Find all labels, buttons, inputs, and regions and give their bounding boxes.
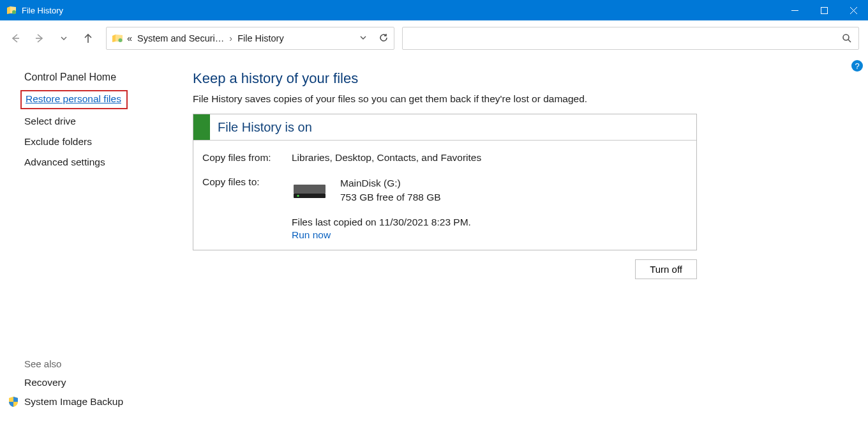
highlight-box: Restore personal files <box>20 90 128 109</box>
advanced-settings-link[interactable]: Advanced settings <box>24 157 176 168</box>
app-icon <box>6 5 17 15</box>
svg-line-10 <box>848 40 851 42</box>
folder-icon <box>112 33 123 44</box>
page-title: Keep a history of your files <box>193 70 855 87</box>
recovery-link[interactable]: Recovery <box>24 377 176 388</box>
select-drive-link[interactable]: Select drive <box>24 116 176 127</box>
svg-rect-11 <box>294 185 326 194</box>
back-button[interactable] <box>9 32 22 45</box>
recovery-label: Recovery <box>24 377 66 388</box>
close-button[interactable] <box>839 0 868 20</box>
maximize-button[interactable] <box>809 0 839 20</box>
svg-rect-2 <box>821 7 827 13</box>
copy-from-value: Libraries, Desktop, Contacts, and Favori… <box>292 152 481 164</box>
page-description: File History saves copies of your files … <box>193 93 855 105</box>
main-content: ? Keep a history of your files File Hist… <box>185 56 868 428</box>
sidebar: Control Panel Home Restore personal file… <box>0 56 185 428</box>
search-input[interactable] <box>402 27 859 50</box>
control-panel-home-link[interactable]: Control Panel Home <box>24 72 176 83</box>
svg-point-8 <box>119 38 123 42</box>
refresh-icon[interactable] <box>378 33 389 45</box>
svg-point-9 <box>843 34 849 40</box>
breadcrumb-ellipsis[interactable]: « <box>127 33 132 43</box>
last-copied-text: Files last copied on 11/30/2021 8:23 PM. <box>292 217 687 228</box>
svg-point-13 <box>297 195 299 197</box>
exclude-folders-link[interactable]: Exclude folders <box>24 136 176 148</box>
see-also-label: See also <box>24 358 176 369</box>
minimize-button[interactable] <box>780 0 809 20</box>
system-image-backup-link[interactable]: System Image Backup <box>24 396 176 408</box>
run-now-link[interactable]: Run now <box>292 229 331 241</box>
window-title: File History <box>22 6 63 15</box>
chevron-down-icon[interactable] <box>359 33 367 43</box>
status-indicator <box>193 114 210 140</box>
svg-point-0 <box>12 10 16 14</box>
title-bar: File History <box>0 0 868 20</box>
address-bar[interactable]: « System and Securi… › File History <box>106 27 394 50</box>
recent-dropdown-icon[interactable] <box>57 32 70 45</box>
forward-button[interactable] <box>33 32 46 45</box>
system-image-backup-label: System Image Backup <box>24 396 123 408</box>
breadcrumb-parent[interactable]: System and Securi… <box>137 33 224 43</box>
status-title: File History is on <box>210 120 312 135</box>
search-icon <box>842 33 852 43</box>
drive-space: 753 GB free of 788 GB <box>340 190 441 204</box>
copy-from-label: Copy files from: <box>202 152 292 164</box>
restore-personal-files-link[interactable]: Restore personal files <box>26 93 121 105</box>
copy-to-label: Copy files to: <box>202 176 292 204</box>
up-button[interactable] <box>82 32 94 45</box>
help-icon[interactable]: ? <box>851 60 863 72</box>
breadcrumb-current[interactable]: File History <box>237 33 284 43</box>
turn-off-button[interactable]: Turn off <box>635 259 697 279</box>
shield-icon <box>8 396 19 408</box>
status-panel: File History is on Copy files from: Libr… <box>193 114 697 250</box>
toolbar: « System and Securi… › File History <box>0 20 868 56</box>
chevron-right-icon: › <box>229 33 232 43</box>
drive-icon <box>292 181 327 200</box>
drive-name: MainDisk (G:) <box>340 176 441 190</box>
